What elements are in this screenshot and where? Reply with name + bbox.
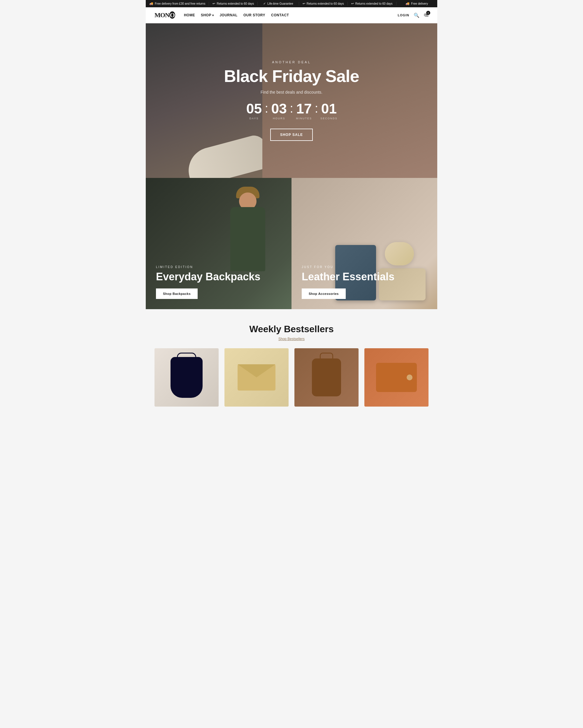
countdown-hours-label: HOURS bbox=[269, 117, 289, 120]
nav-journal[interactable]: JOURNAL bbox=[220, 13, 238, 17]
announcement-item: ↩ Returns extended to 60 days bbox=[348, 2, 396, 5]
announcement-text: Returns extended to 60 days bbox=[355, 2, 393, 5]
envelope-bag-shape bbox=[238, 364, 275, 391]
countdown-hours: 03 HOURS bbox=[269, 102, 289, 120]
delivery-icon: 🚚 bbox=[149, 2, 153, 5]
hero-description: Find the best deals and discounts. bbox=[224, 90, 359, 95]
announcement-text: Free delivery from £30 and free returns bbox=[155, 2, 205, 5]
accessories-title: Leather Essentials bbox=[302, 271, 394, 283]
shop-bestsellers-link[interactable]: Shop Bestsellers bbox=[155, 337, 428, 341]
nav-our-story[interactable]: OUR STORY bbox=[243, 13, 265, 17]
countdown-minutes-number: 17 bbox=[294, 102, 314, 116]
product-image-crossbody bbox=[295, 348, 359, 407]
accessories-panel: JUST FOR YOU Leather Essentials Shop Acc… bbox=[292, 178, 437, 309]
backpacks-subtitle: LIMITED EDITION bbox=[156, 265, 260, 269]
cart-count: 0 bbox=[426, 11, 430, 15]
returns-icon-3: ↩ bbox=[351, 2, 354, 5]
announcement-item: 🚚 Free delivery from £30 and free return… bbox=[146, 2, 209, 5]
product-grid bbox=[155, 348, 428, 407]
backpacks-content: LIMITED EDITION Everyday Backpacks Shop … bbox=[156, 265, 260, 299]
nav-home[interactable]: HOME bbox=[184, 13, 195, 17]
countdown-hours-number: 03 bbox=[269, 102, 289, 116]
announcement-item: ↩ Returns extended to 60 days bbox=[299, 2, 348, 5]
countdown-sep-2: : bbox=[289, 102, 294, 114]
accessories-subtitle: JUST FOR YOU bbox=[302, 265, 394, 269]
nav-shop[interactable]: SHOP bbox=[201, 13, 214, 17]
crossbody-bag-shape bbox=[312, 359, 341, 396]
header-right: LOGIN 🔍 🛍 0 bbox=[397, 12, 428, 18]
countdown-sep-3: : bbox=[314, 102, 319, 114]
hero-subtitle: ANOTHER DEAL bbox=[224, 60, 359, 64]
countdown-days-number: 05 bbox=[244, 102, 264, 116]
search-icon[interactable]: 🔍 bbox=[414, 12, 419, 18]
main-nav: HOME SHOP JOURNAL OUR STORY CONTACT bbox=[184, 13, 397, 17]
hero-title: Black Friday Sale bbox=[224, 67, 359, 85]
logo[interactable]: MONO bbox=[155, 11, 175, 19]
leather-box-small-decoration bbox=[385, 242, 414, 265]
countdown-days: 05 DAYS bbox=[244, 102, 264, 120]
announcement-item: ✓ Life-time Guarantee bbox=[258, 2, 299, 5]
product-image-bucket bbox=[155, 348, 219, 407]
announcement-item: 🚚 Free delivery bbox=[396, 2, 437, 5]
product-image-flat bbox=[364, 348, 428, 407]
bestsellers-title: Weekly Bestsellers bbox=[155, 324, 428, 335]
shop-backpacks-button[interactable]: Shop Backpacks bbox=[156, 288, 198, 299]
hero-content: ANOTHER DEAL Black Friday Sale Find the … bbox=[224, 60, 359, 141]
product-card-crossbody[interactable] bbox=[295, 348, 359, 407]
announcement-item: ↩ Returns extended to 60 days bbox=[209, 2, 258, 5]
body-shape bbox=[230, 207, 265, 271]
countdown-seconds-number: 01 bbox=[319, 102, 339, 116]
countdown-seconds-label: SECONDS bbox=[319, 117, 339, 120]
flat-bag-shape bbox=[376, 363, 417, 392]
announcement-text: Free delivery bbox=[411, 2, 428, 5]
countdown-timer: 05 DAYS : 03 HOURS : 17 MINUTES : 01 SEC… bbox=[224, 102, 359, 120]
bestsellers-section: Weekly Bestsellers Shop Bestsellers bbox=[146, 309, 437, 415]
countdown-sep-1: : bbox=[264, 102, 269, 114]
guarantee-icon: ✓ bbox=[263, 2, 266, 5]
shop-accessories-button[interactable]: Shop Accessories bbox=[302, 288, 346, 299]
announcement-text: Returns extended to 60 days bbox=[217, 2, 254, 5]
countdown-minutes: 17 MINUTES bbox=[294, 102, 314, 120]
bucket-bag-shape bbox=[170, 357, 202, 398]
product-card-flat[interactable] bbox=[364, 348, 428, 407]
backpacks-title: Everyday Backpacks bbox=[156, 271, 260, 283]
countdown-days-label: DAYS bbox=[244, 117, 264, 120]
bestsellers-header: Weekly Bestsellers Shop Bestsellers bbox=[155, 324, 428, 341]
product-card-bucket[interactable] bbox=[155, 348, 219, 407]
returns-icon-2: ↩ bbox=[303, 2, 305, 5]
hero-section: ANOTHER DEAL Black Friday Sale Find the … bbox=[146, 23, 437, 178]
header: MONO HOME SHOP JOURNAL OUR STORY CONTACT… bbox=[146, 7, 437, 23]
cart-icon[interactable]: 🛍 0 bbox=[424, 12, 428, 18]
shop-sale-button[interactable]: Shop Sale bbox=[270, 129, 313, 141]
split-promo-section: LIMITED EDITION Everyday Backpacks Shop … bbox=[146, 178, 437, 309]
returns-icon: ↩ bbox=[213, 2, 215, 5]
product-card-envelope[interactable] bbox=[224, 348, 288, 407]
countdown-seconds: 01 SECONDS bbox=[319, 102, 339, 120]
delivery-icon-2: 🚚 bbox=[406, 2, 410, 5]
product-image-envelope bbox=[224, 348, 288, 407]
announcement-text: Life-time Guarantee bbox=[267, 2, 293, 5]
announcement-bar: 🚚 Free delivery from £30 and free return… bbox=[146, 0, 437, 7]
accessories-content: JUST FOR YOU Leather Essentials Shop Acc… bbox=[302, 265, 394, 299]
announcement-text: Returns extended to 60 days bbox=[307, 2, 344, 5]
nav-contact[interactable]: CONTACT bbox=[271, 13, 289, 17]
countdown-minutes-label: MINUTES bbox=[294, 117, 314, 120]
backpacks-panel: LIMITED EDITION Everyday Backpacks Shop … bbox=[146, 178, 292, 309]
login-button[interactable]: LOGIN bbox=[397, 14, 409, 17]
